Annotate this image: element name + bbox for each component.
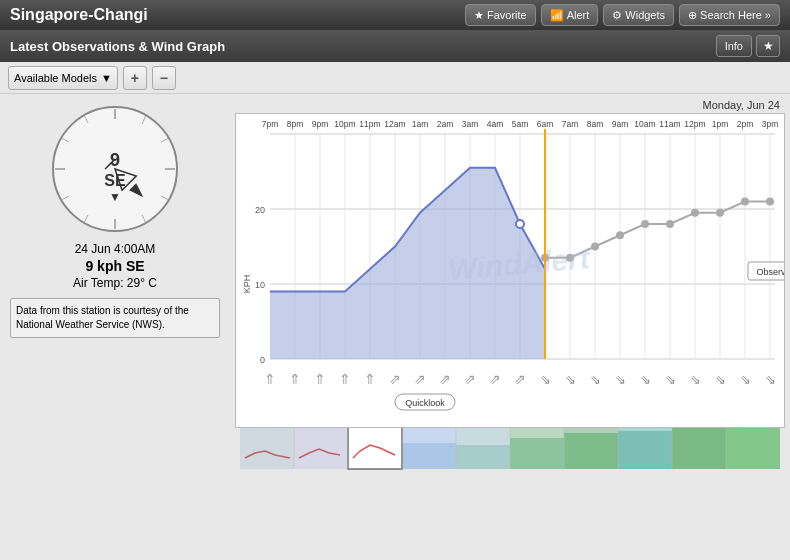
models-dropdown[interactable]: Available Models ▼ — [8, 66, 118, 90]
svg-text:⇘: ⇘ — [715, 372, 726, 387]
svg-text:⇗: ⇗ — [514, 371, 526, 387]
svg-point-76 — [691, 209, 699, 217]
search-button[interactable]: ⊕ Search Here » — [679, 4, 780, 26]
svg-text:▼: ▼ — [109, 190, 121, 204]
chart-panel: Monday, Jun 24 0 10 20 — [230, 94, 790, 560]
svg-text:⇘: ⇘ — [690, 372, 701, 387]
info-button[interactable]: Info — [716, 35, 752, 57]
widgets-button[interactable]: ⚙ Widgets — [603, 4, 674, 26]
svg-text:9: 9 — [110, 150, 120, 170]
svg-text:12am: 12am — [384, 119, 405, 129]
toolbar: Available Models ▼ + − — [0, 62, 790, 94]
svg-text:⇑: ⇑ — [289, 371, 301, 387]
wind-date: 24 Jun 4:00AM — [10, 242, 220, 256]
svg-text:⇘: ⇘ — [565, 372, 576, 387]
wind-temp: Air Temp: 29° C — [10, 276, 220, 290]
svg-point-77 — [716, 209, 724, 217]
section-title: Latest Observations & Wind Graph — [10, 39, 225, 54]
svg-text:7am: 7am — [562, 119, 579, 129]
svg-text:2am: 2am — [437, 119, 454, 129]
svg-text:8pm: 8pm — [287, 119, 304, 129]
wind-info: 24 Jun 4:00AM 9 kph SE Air Temp: 29° C — [10, 242, 220, 290]
svg-text:⇘: ⇘ — [665, 372, 676, 387]
svg-text:⇑: ⇑ — [314, 371, 326, 387]
svg-point-75 — [666, 220, 674, 228]
svg-text:7pm: 7pm — [262, 119, 279, 129]
main-content: 9 SE ▼ 24 Jun 4:00AM 9 kph SE Air Temp: … — [0, 94, 790, 560]
section-header: Latest Observations & Wind Graph Info ★ — [0, 30, 790, 62]
svg-text:⇘: ⇘ — [540, 372, 551, 387]
wind-speed: 9 kph SE — [10, 258, 220, 274]
alert-button[interactable]: 📶 Alert — [541, 4, 599, 26]
wind-compass: 9 SE ▼ — [50, 104, 180, 234]
svg-text:⇗: ⇗ — [464, 371, 476, 387]
svg-text:SE: SE — [104, 172, 126, 189]
header: Singapore-Changi ★ Favorite 📶 Alert ⚙ Wi… — [0, 0, 790, 30]
star-icon: ★ — [474, 9, 484, 22]
svg-text:⇗: ⇗ — [414, 371, 426, 387]
svg-rect-134 — [672, 428, 726, 469]
svg-text:1am: 1am — [412, 119, 429, 129]
svg-text:20: 20 — [255, 205, 265, 215]
page-title: Singapore-Changi — [10, 6, 148, 24]
svg-point-80 — [516, 220, 524, 228]
wind-chart: 0 10 20 KPH — [236, 114, 784, 424]
chart-date-label: Monday, Jun 24 — [235, 99, 785, 111]
left-panel: 9 SE ▼ 24 Jun 4:00AM 9 kph SE Air Temp: … — [0, 94, 230, 560]
svg-text:⇘: ⇘ — [615, 372, 626, 387]
svg-text:⇑: ⇑ — [339, 371, 351, 387]
svg-text:2pm: 2pm — [737, 119, 754, 129]
favorite-button[interactable]: ★ Favorite — [465, 4, 536, 26]
svg-text:3pm: 3pm — [762, 119, 779, 129]
header-actions: ★ Favorite 📶 Alert ⚙ Widgets ⊕ Search He… — [465, 4, 780, 26]
chart-area: 0 10 20 KPH — [235, 113, 785, 428]
svg-rect-136 — [726, 425, 780, 469]
svg-rect-132 — [618, 431, 672, 469]
svg-text:12pm: 12pm — [684, 119, 705, 129]
svg-text:1pm: 1pm — [712, 119, 729, 129]
svg-text:⇗: ⇗ — [489, 371, 501, 387]
gear-icon: ⚙ — [612, 9, 622, 22]
svg-rect-124 — [402, 443, 456, 469]
svg-text:11am: 11am — [659, 119, 680, 129]
svg-text:⇘: ⇘ — [640, 372, 651, 387]
svg-rect-128 — [510, 438, 564, 469]
svg-text:5am: 5am — [512, 119, 529, 129]
svg-text:⇑: ⇑ — [264, 371, 276, 387]
svg-point-79 — [766, 198, 774, 206]
alert-icon: 📶 — [550, 9, 564, 22]
svg-text:Quicklook: Quicklook — [405, 398, 445, 408]
svg-text:10am: 10am — [634, 119, 655, 129]
svg-point-73 — [616, 231, 624, 239]
svg-text:⇘: ⇘ — [740, 372, 751, 387]
svg-text:3am: 3am — [462, 119, 479, 129]
svg-text:10pm: 10pm — [334, 119, 355, 129]
svg-text:9pm: 9pm — [312, 119, 329, 129]
svg-text:11pm: 11pm — [359, 119, 380, 129]
svg-text:KPH: KPH — [242, 275, 252, 294]
svg-text:⇘: ⇘ — [590, 372, 601, 387]
search-circle-icon: ⊕ — [688, 9, 697, 22]
svg-text:0: 0 — [260, 355, 265, 365]
svg-text:⇑: ⇑ — [364, 371, 376, 387]
svg-text:8am: 8am — [587, 119, 604, 129]
svg-text:⇗: ⇗ — [389, 371, 401, 387]
svg-text:6am: 6am — [537, 119, 554, 129]
svg-text:10: 10 — [255, 280, 265, 290]
add-button[interactable]: + — [123, 66, 147, 90]
section-buttons: Info ★ — [716, 35, 780, 57]
data-source-note: Data from this station is courtesy of th… — [10, 298, 220, 338]
svg-point-78 — [741, 198, 749, 206]
compass-container: 9 SE ▼ — [10, 104, 220, 234]
svg-text:9am: 9am — [612, 119, 629, 129]
svg-text:Observed: Observed — [756, 267, 784, 277]
svg-rect-126 — [456, 445, 510, 469]
svg-point-74 — [641, 220, 649, 228]
remove-button[interactable]: − — [152, 66, 176, 90]
svg-text:⇗: ⇗ — [439, 371, 451, 387]
svg-text:⇘: ⇘ — [765, 372, 776, 387]
svg-text:4am: 4am — [487, 119, 504, 129]
svg-point-72 — [591, 243, 599, 251]
svg-rect-130 — [564, 433, 618, 469]
star-section-button[interactable]: ★ — [756, 35, 780, 57]
